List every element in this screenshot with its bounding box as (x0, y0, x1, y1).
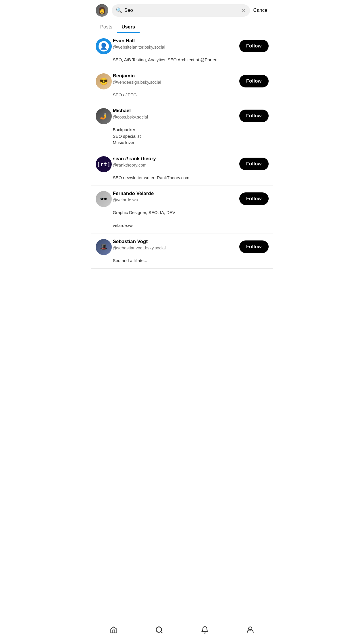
follow-button-wrap: Follow (239, 40, 269, 52)
follow-button-wrap: Follow (239, 75, 269, 87)
user-name: Fernando Velarde (113, 190, 239, 197)
user-handle: @ranktheory.com (113, 162, 239, 168)
nav-search[interactable] (151, 624, 168, 636)
follow-button-wrap: Follow (239, 158, 269, 170)
user-bio: Seo and affiliate... (113, 255, 269, 264)
follow-button[interactable]: Follow (239, 192, 269, 205)
bottom-navigation (91, 620, 273, 642)
nav-profile[interactable] (242, 624, 259, 636)
follow-button[interactable]: Follow (239, 240, 269, 253)
tab-posts[interactable]: Posts (96, 21, 117, 33)
nav-notifications[interactable] (196, 624, 213, 636)
follow-button[interactable]: Follow (239, 75, 269, 87)
bell-icon (201, 626, 209, 634)
follow-button-wrap: Follow (239, 192, 269, 205)
search-bar[interactable]: 🔍 ✕ (112, 4, 250, 17)
nav-home[interactable] (105, 624, 122, 636)
home-icon (110, 626, 118, 634)
user-list: 👤 Evan Hall @websitejanitor.bsky.social … (91, 33, 273, 292)
user-bio: Graphic Designer, SEO, IA, DEV velarde.w… (113, 207, 269, 229)
follow-button-wrap: Follow (239, 110, 269, 122)
avatar: 🤳 (96, 108, 112, 124)
user-handle: @velarde.ws (113, 197, 239, 203)
user-info: Evan Hall @websitejanitor.bsky.social (113, 38, 239, 50)
user-handle: @sebastianvogt.bsky.social (113, 245, 239, 251)
avatar: 👤 (96, 38, 112, 54)
user-handle: @vendeesign.bsky.social (113, 79, 239, 85)
search-nav-icon (155, 626, 163, 634)
tabs-bar: Posts Users (91, 21, 273, 33)
follow-button[interactable]: Follow (239, 158, 269, 170)
person-icon: 👤 (100, 43, 107, 50)
follow-button[interactable]: Follow (239, 110, 269, 122)
user-info: Michael @coss.bsky.social (113, 108, 239, 120)
user-bio: SEO, A/B Testing, Analytics. SEO Archite… (113, 54, 269, 63)
svg-line-1 (161, 631, 162, 633)
avatar: 🎩 (96, 239, 112, 255)
user-handle: @websitejanitor.bsky.social (113, 44, 239, 50)
user-bio: SEO newsletter writer: RankTheory.com (113, 172, 269, 181)
user-name: Benjamin (113, 73, 239, 79)
user-name: Evan Hall (113, 38, 239, 44)
tab-users[interactable]: Users (117, 21, 140, 33)
user-info: Benjamin @vendeesign.bsky.social (113, 73, 239, 85)
list-item: 🎩 Sebastian Vogt @sebastianvogt.bsky.soc… (91, 234, 273, 269)
user-bio: Backpacker SEO specialist Music lover (113, 124, 269, 146)
list-item: 😎 Benjamin @vendeesign.bsky.social Follo… (91, 68, 273, 103)
search-icon: 🔍 (116, 7, 122, 14)
user-info: Fernando Velarde @velarde.ws (113, 190, 239, 203)
profile-icon (246, 626, 254, 634)
search-input[interactable] (124, 7, 239, 13)
list-item: 🕶️ Fernando Velarde @velarde.ws Follow G… (91, 186, 273, 234)
avatar: 😎 (96, 73, 112, 89)
user-info: sean // rank theory @ranktheory.com (113, 156, 239, 168)
header: 👩 🔍 ✕ Cancel (91, 0, 273, 21)
user-bio: SEO / JPEG (113, 89, 269, 98)
clear-search-button[interactable]: ✕ (241, 7, 246, 14)
clear-icon: ✕ (242, 8, 245, 13)
follow-button[interactable]: Follow (239, 40, 269, 52)
list-item: [rt] sean // rank theory @ranktheory.com… (91, 151, 273, 186)
user-name: Michael (113, 108, 239, 114)
follow-button-wrap: Follow (239, 240, 269, 253)
user-avatar-header[interactable]: 👩 (96, 4, 108, 17)
list-item: 👤 Evan Hall @websitejanitor.bsky.social … (91, 33, 273, 68)
user-name: Sebastian Vogt (113, 238, 239, 245)
user-name: sean // rank theory (113, 156, 239, 162)
cancel-button[interactable]: Cancel (253, 6, 269, 14)
list-item: 🤳 Michael @coss.bsky.social Follow Backp… (91, 103, 273, 151)
avatar: [rt] (96, 156, 112, 172)
user-info: Sebastian Vogt @sebastianvogt.bsky.socia… (113, 238, 239, 251)
avatar: 🕶️ (96, 191, 112, 207)
user-handle: @coss.bsky.social (113, 114, 239, 120)
